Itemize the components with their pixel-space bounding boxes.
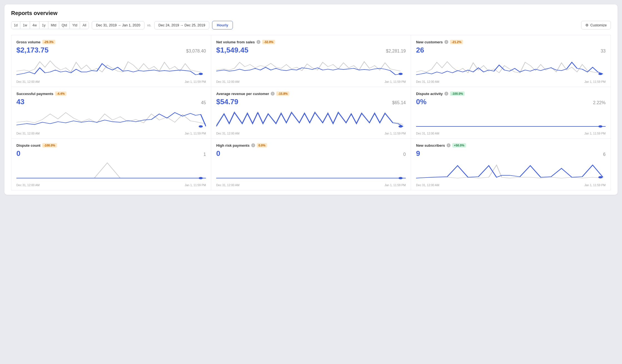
metric-title: Net volume from sales bbox=[216, 40, 255, 44]
period-btn-1w[interactable]: 1w bbox=[20, 22, 30, 29]
vs-label: vs. bbox=[147, 23, 151, 27]
metric-cell-6: Dispute count -100.0% 0 1 Dec 31, 12:00 … bbox=[11, 139, 211, 190]
metric-header: New customers i -21.2% bbox=[416, 40, 606, 44]
chart-dates: Dec 31, 12:00 AM Jan 1, 11:59 PM bbox=[416, 80, 606, 83]
metric-badge: -4.4% bbox=[55, 91, 66, 96]
metric-cell-5: Dispute activity i -100.0% 0% 2.22% Dec … bbox=[411, 87, 611, 139]
metric-badge: -15.8% bbox=[276, 91, 289, 96]
current-value: 0% bbox=[416, 98, 427, 106]
metric-header: Dispute count -100.0% bbox=[16, 143, 206, 148]
chart-date-start: Dec 31, 12:00 AM bbox=[16, 80, 39, 83]
info-icon: i bbox=[257, 40, 260, 44]
date-range-compare[interactable]: Dec 24, 2019 → Dec 25, 2019 bbox=[154, 21, 209, 29]
info-icon: i bbox=[444, 40, 448, 44]
chart-svg bbox=[416, 57, 606, 79]
chart-area bbox=[216, 160, 406, 182]
period-btn-qtd[interactable]: Qtd bbox=[59, 22, 70, 29]
values-row: 0 0 bbox=[216, 149, 406, 158]
metric-title: Dispute activity bbox=[416, 92, 443, 96]
current-value: $54.79 bbox=[216, 98, 238, 106]
metric-cell-3: Successful payments -4.4% 43 45 Dec 31, … bbox=[11, 87, 211, 139]
customize-button[interactable]: ⚙ Customize bbox=[581, 21, 611, 29]
metric-cell-4: Average revenue per customer i -15.8% $5… bbox=[211, 87, 411, 139]
previous-value: $2,281.19 bbox=[386, 49, 406, 54]
period-btn-all[interactable]: All bbox=[80, 22, 89, 29]
chart-dates: Dec 31, 12:00 AM Jan 1, 11:59 PM bbox=[216, 80, 406, 83]
previous-value: 6 bbox=[603, 152, 606, 157]
chart-svg bbox=[16, 108, 206, 131]
chart-area bbox=[16, 160, 206, 182]
current-value: 26 bbox=[416, 46, 424, 54]
chart-date-start: Dec 31, 12:00 AM bbox=[416, 183, 439, 187]
metric-title: Dispute count bbox=[16, 143, 41, 148]
chart-dates: Dec 31, 12:00 AM Jan 1, 11:59 PM bbox=[16, 80, 206, 83]
chart-date-end: Jan 1, 11:59 PM bbox=[584, 132, 606, 135]
chart-svg bbox=[216, 160, 406, 182]
values-row: 9 6 bbox=[416, 149, 606, 158]
chart-dates: Dec 31, 12:00 AM Jan 1, 11:59 PM bbox=[16, 132, 206, 135]
metric-badge: -100.0% bbox=[450, 91, 465, 96]
svg-point-1 bbox=[399, 73, 403, 75]
metric-title: High risk payments bbox=[216, 143, 250, 148]
period-btn-1d[interactable]: 1d bbox=[11, 22, 20, 29]
chart-svg bbox=[16, 160, 206, 182]
chart-date-end: Jan 1, 11:59 PM bbox=[185, 183, 206, 187]
current-value: 0 bbox=[16, 149, 20, 158]
metric-badge: -100.0% bbox=[42, 143, 57, 148]
metric-title: New subscribers bbox=[416, 143, 445, 148]
chart-date-end: Jan 1, 11:59 PM bbox=[385, 132, 406, 135]
metric-badge: +50.0% bbox=[452, 143, 466, 148]
chart-svg bbox=[16, 57, 206, 79]
metric-header: Average revenue per customer i -15.8% bbox=[216, 91, 406, 96]
svg-point-2 bbox=[598, 73, 603, 75]
current-value: 43 bbox=[16, 98, 24, 106]
info-icon: i bbox=[447, 143, 451, 147]
chart-dates: Dec 31, 12:00 AM Jan 1, 11:59 PM bbox=[216, 132, 406, 135]
date-range-primary[interactable]: Dec 31, 2019 → Jan 1, 2020 bbox=[92, 21, 144, 29]
customize-label: Customize bbox=[590, 23, 607, 27]
page-title: Reports overview bbox=[11, 10, 611, 16]
chart-area bbox=[416, 160, 606, 182]
chart-date-end: Jan 1, 11:59 PM bbox=[584, 183, 606, 187]
period-btn-ytd[interactable]: Ytd bbox=[70, 22, 80, 29]
chart-date-start: Dec 31, 12:00 AM bbox=[16, 183, 39, 187]
current-value: 0 bbox=[216, 149, 220, 158]
svg-point-4 bbox=[399, 125, 403, 128]
chart-dates: Dec 31, 12:00 AM Jan 1, 11:59 PM bbox=[416, 183, 606, 187]
period-btn-4w[interactable]: 4w bbox=[30, 22, 39, 29]
chart-dates: Dec 31, 12:00 AM Jan 1, 11:59 PM bbox=[416, 132, 606, 135]
values-row: $2,173.75 $3,078.40 bbox=[16, 46, 206, 54]
svg-point-3 bbox=[199, 125, 203, 128]
metric-header: Gross volume -29.3% bbox=[16, 40, 206, 44]
chart-date-start: Dec 31, 12:00 AM bbox=[216, 80, 239, 83]
hourly-button[interactable]: Hourly bbox=[212, 21, 233, 29]
previous-value: 45 bbox=[201, 100, 206, 105]
chart-area bbox=[416, 108, 606, 131]
info-icon: i bbox=[251, 143, 255, 147]
values-row: $1,549.45 $2,281.19 bbox=[216, 46, 406, 54]
svg-point-5 bbox=[598, 125, 603, 128]
metric-title: Average revenue per customer bbox=[216, 92, 269, 96]
reports-card: Reports overview 1d 1w 4w 1y Mtd Qtd Ytd… bbox=[4, 4, 618, 195]
metric-badge: -29.3% bbox=[42, 40, 55, 44]
chart-area bbox=[216, 108, 406, 131]
values-row: 0 1 bbox=[16, 149, 206, 158]
chart-date-end: Jan 1, 11:59 PM bbox=[385, 80, 406, 83]
chart-date-end: Jan 1, 11:59 PM bbox=[584, 80, 606, 83]
chart-svg bbox=[416, 160, 606, 182]
chart-date-end: Jan 1, 11:59 PM bbox=[385, 183, 406, 187]
chart-date-start: Dec 31, 12:00 AM bbox=[416, 132, 439, 135]
chart-date-start: Dec 31, 12:00 AM bbox=[216, 183, 239, 187]
metric-title: Successful payments bbox=[16, 92, 53, 96]
previous-value: 2.22% bbox=[593, 100, 606, 105]
info-icon: i bbox=[444, 92, 448, 96]
period-btn-1y[interactable]: 1y bbox=[39, 22, 48, 29]
previous-value: $65.14 bbox=[392, 100, 406, 105]
metric-header: High risk payments i 0.0% bbox=[216, 143, 406, 148]
metric-cell-1: Net volume from sales i -32.0% $1,549.45… bbox=[211, 35, 411, 87]
chart-date-end: Jan 1, 11:59 PM bbox=[185, 80, 206, 83]
values-row: 26 33 bbox=[416, 46, 606, 54]
period-btn-mtd[interactable]: Mtd bbox=[48, 22, 59, 29]
chart-svg bbox=[216, 57, 406, 79]
current-value: $1,549.45 bbox=[216, 46, 248, 54]
